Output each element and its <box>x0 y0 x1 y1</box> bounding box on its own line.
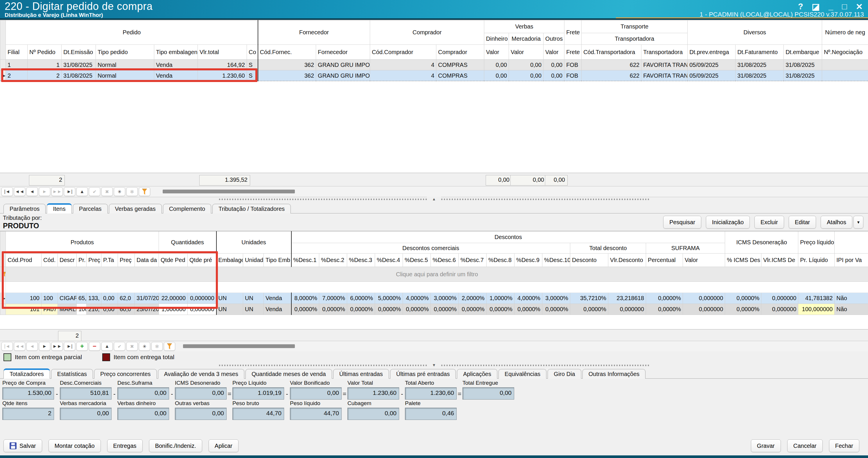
cell[interactable]: UN <box>243 304 264 315</box>
collapse-button[interactable]: ▲ <box>101 342 113 351</box>
column-header[interactable]: Dt.Faturamento <box>736 45 784 60</box>
cell[interactable]: 1,0000% <box>487 293 515 304</box>
tab-aplicacoes[interactable]: Aplicações <box>457 369 497 379</box>
cell[interactable]: 0,0000% <box>570 304 608 315</box>
cubagem-field[interactable]: 0,00 <box>347 408 399 420</box>
cell[interactable]: 100 <box>77 304 87 315</box>
tab-parametros[interactable]: Parâmetros <box>3 204 45 213</box>
cell[interactable]: 0,00 <box>101 304 118 315</box>
next-page-button[interactable]: ►► <box>52 342 63 351</box>
peso-liquido-field[interactable]: 44,70 <box>290 408 342 420</box>
cell[interactable] <box>822 70 868 81</box>
cell[interactable]: 0,0000% <box>375 304 403 315</box>
cell[interactable]: 0,0000% <box>725 293 762 304</box>
cell[interactable]: 0,0000% <box>725 304 762 315</box>
column-header[interactable]: Valor <box>484 45 509 60</box>
pesquisar-button[interactable]: Pesquisar <box>663 216 701 229</box>
cell[interactable]: 0,00 <box>509 70 544 81</box>
confirm-button[interactable]: ✔ <box>89 187 100 196</box>
column-header[interactable]: Qtde pré <box>188 254 216 267</box>
filter-hint[interactable]: Clique aqui para definir um filtro <box>6 267 868 282</box>
entregas-button[interactable]: Entregas <box>107 439 143 452</box>
insert-button[interactable]: + <box>76 342 88 351</box>
column-header[interactable]: Preç <box>87 254 101 267</box>
salvar-button[interactable]: Salvar <box>3 439 42 452</box>
cell[interactable]: 0,000000 <box>683 304 725 315</box>
cell[interactable]: 2,0000% <box>459 293 487 304</box>
cell[interactable]: 31/08/2025 <box>784 60 822 70</box>
cell[interactable]: 62,0 <box>118 293 135 304</box>
cell[interactable]: 7,0000% <box>319 293 347 304</box>
restore-icon[interactable]: ◪ <box>812 2 820 11</box>
cell[interactable]: Normal <box>96 60 154 70</box>
cell[interactable]: 22,00000 <box>159 293 188 304</box>
column-header[interactable]: Transportadora <box>642 45 688 60</box>
cell[interactable]: 0,0000% <box>646 304 683 315</box>
tab-preco-concorrentes[interactable]: Preço concorrentes <box>94 369 157 379</box>
cell[interactable]: 05/09/2025 <box>688 70 736 81</box>
cell[interactable]: 622 <box>582 60 642 70</box>
cell[interactable]: 3,0000% <box>431 293 459 304</box>
column-header[interactable]: Pr. Líquido <box>798 254 835 267</box>
cell[interactable]: GRAND GRU IMPOR <box>316 60 370 70</box>
filter-button[interactable] <box>139 187 150 196</box>
cell[interactable]: 622 <box>582 70 642 81</box>
collapse-button[interactable]: ▲ <box>76 187 88 196</box>
cell[interactable]: 2 <box>6 70 28 81</box>
cell[interactable]: 31/08/2025 <box>784 70 822 81</box>
column-header[interactable]: P.Ta <box>101 254 118 267</box>
cell[interactable]: 4 <box>370 70 436 81</box>
cell[interactable]: Venda <box>264 304 291 315</box>
tab-verbas-geradas[interactable]: Verbas geradas <box>109 204 162 213</box>
cancel-edit-button[interactable]: ✖ <box>101 187 113 196</box>
column-header[interactable]: Data da <box>135 254 159 267</box>
cell[interactable]: 0,000000 <box>188 304 216 315</box>
cell[interactable]: Não <box>835 304 868 315</box>
cell[interactable]: 31/08/2025 <box>62 70 96 81</box>
cell[interactable]: FOB <box>564 60 582 70</box>
horizontal-scrollbar-thumb[interactable] <box>183 344 295 348</box>
help-button[interactable]: ? <box>798 2 803 11</box>
cell[interactable]: 0,000000 <box>683 293 725 304</box>
gravar-button[interactable]: Gravar <box>751 439 781 452</box>
tab-complemento[interactable]: Complemento <box>163 204 212 213</box>
column-header[interactable]: %Desc.4 <box>375 254 403 267</box>
delete-button[interactable]: − <box>89 342 100 351</box>
column-header[interactable]: IPI por Va <box>835 254 868 267</box>
cell[interactable]: 0,00 <box>484 70 509 81</box>
cell[interactable]: GRAND GRU IMPOR <box>316 70 370 81</box>
tab-giro-dia[interactable]: Giro Dia <box>548 369 581 379</box>
close-button[interactable]: ✕ <box>856 2 863 11</box>
peso-bruto-field[interactable]: 44,70 <box>232 408 284 420</box>
cell[interactable]: 35,7210% <box>570 293 608 304</box>
column-header[interactable]: Unidad <box>243 254 264 267</box>
cell[interactable]: Normal <box>96 70 154 81</box>
column-header[interactable]: Descr <box>58 254 77 267</box>
tab-estatisticas[interactable]: Estatísticas <box>51 369 93 379</box>
cell[interactable]: 101 <box>6 304 41 315</box>
next-button[interactable]: ► <box>39 187 50 196</box>
tab-ultimas-pre-entradas[interactable]: Últimas pré entradas <box>390 369 456 379</box>
prior-page-button[interactable]: ◄◄ <box>14 342 25 351</box>
cell[interactable] <box>822 60 868 70</box>
cell[interactable]: CIGAR <box>58 293 77 304</box>
bonific-indeniz-button[interactable]: Bonific./Indeniz. <box>149 439 202 452</box>
cell[interactable]: 31/08/2025 <box>736 70 784 81</box>
cell[interactable]: 362 <box>258 60 316 70</box>
valor-bonificado-field[interactable]: 0,00 <box>290 387 342 400</box>
column-header[interactable]: Pr. <box>77 254 87 267</box>
cell[interactable]: 210, <box>87 304 101 315</box>
cell[interactable]: 6,0000% <box>347 293 375 304</box>
refresh-button[interactable]: ✳ <box>114 187 125 196</box>
maximize-button[interactable]: □ <box>842 2 847 11</box>
splitter-collapse-icon[interactable]: ▼ <box>427 363 441 368</box>
cell[interactable]: 1.230,60 <box>198 70 247 81</box>
montar-cotacao-button[interactable]: Montar cotação <box>49 439 101 452</box>
cell[interactable]: 2 <box>28 70 62 81</box>
tab-avaliacao-venda-3-meses[interactable]: Avaliação de venda 3 meses <box>158 369 244 379</box>
fetch-button[interactable]: ✻ <box>151 342 163 351</box>
cell[interactable]: 4 <box>370 60 436 70</box>
cell[interactable]: 5,0000% <box>375 293 403 304</box>
column-header[interactable]: %Desc.1 <box>291 254 319 267</box>
column-header[interactable]: Dt.embarque <box>784 45 822 60</box>
